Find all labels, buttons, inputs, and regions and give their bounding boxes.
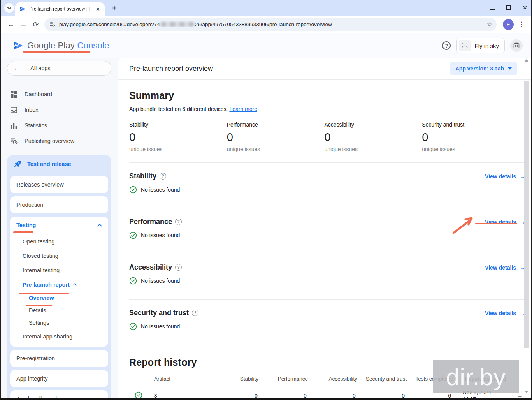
annotation-underline-overview	[26, 305, 52, 306]
metric-security-and-trust: Security and trust0unique issues	[422, 122, 520, 152]
url-redacted-segment	[161, 22, 194, 27]
new-tab-button[interactable]: +	[110, 4, 119, 13]
window-controls: ✕	[490, 0, 527, 16]
view-details-link-security[interactable]: View details→	[485, 310, 525, 316]
cell-security-and-trust: 0	[356, 393, 405, 398]
maximize-button[interactable]	[506, 4, 511, 11]
browser-toolbar: ← → ⟳ play.google.com/console/u/0/develo…	[1, 16, 531, 33]
app-version-selector[interactable]: App version: 3.aab	[450, 62, 517, 75]
tab-title: Pre-launch report overview | Fly	[29, 6, 94, 12]
sidebar-item-inbox[interactable]: Inbox	[7, 102, 111, 118]
bar-chart-icon	[10, 122, 18, 129]
learn-more-link[interactable]: Learn more	[229, 106, 257, 112]
browser-titlebar: Pre-launch report overview | Fly ✕ + ✕	[1, 0, 531, 16]
view-details-link-accessibility[interactable]: View details→	[485, 264, 525, 271]
sidebar-item-open-testing[interactable]: Open testing	[10, 234, 108, 248]
forward-button[interactable]: →	[17, 18, 30, 31]
summary-metrics: Stability0unique issues Performance0uniq…	[129, 122, 520, 152]
play-console-logo[interactable]: Google Play Console	[12, 40, 109, 51]
row-arrow-icon[interactable]: →	[517, 392, 525, 398]
android-app-icon	[459, 40, 471, 51]
chevron-up-icon	[73, 283, 77, 286]
sidebar-item-internal-testing[interactable]: Internal testing	[10, 263, 108, 277]
cell-accessibility: 0	[307, 393, 356, 398]
check-circle-icon	[135, 391, 142, 398]
scrollbar-thumb[interactable]	[524, 81, 529, 348]
sidebar-item-details[interactable]: Details	[10, 304, 108, 317]
vertical-scrollbar[interactable]	[524, 58, 529, 393]
help-icon[interactable]: ?	[442, 41, 451, 50]
sidebar-item-app-integrity[interactable]: App integrity	[10, 370, 108, 387]
view-details-link-stability[interactable]: View details→	[485, 173, 525, 180]
check-circle-icon	[129, 322, 137, 330]
play-logo-icon	[12, 40, 23, 51]
close-button[interactable]: ✕	[522, 4, 527, 11]
sidebar-item-internal-app-sharing[interactable]: Internal app sharing	[10, 329, 108, 344]
browser-window: Pre-launch report overview | Fly ✕ + ✕ ←…	[0, 0, 532, 400]
metric-accessibility: Accessibility0unique issues	[325, 122, 422, 152]
sidebar-item-test-and-release[interactable]: Test and release	[10, 155, 108, 173]
sidebar-item-pre-registration[interactable]: Pre-registration	[10, 350, 108, 367]
browser-menu-icon[interactable]: ⋮	[516, 20, 527, 28]
reload-button[interactable]: ⟳	[30, 18, 42, 31]
tab-close-icon[interactable]: ✕	[94, 5, 102, 13]
back-button[interactable]: ←	[5, 18, 17, 31]
sidebar: ← All apps Dashboard Inbox Statistics	[1, 58, 118, 398]
app-switcher[interactable]: Fly in sky	[456, 38, 505, 53]
sidebar-item-app-bundle-explorer[interactable]: App bundle explorer	[10, 390, 108, 398]
check-circle-icon	[129, 186, 137, 194]
cell-stability: 0	[214, 393, 258, 398]
sidebar-item-publishing-overview[interactable]: Publishing overview	[7, 133, 111, 149]
sidebar-item-pre-launch-report[interactable]: Pre-launch report	[10, 277, 108, 292]
sidebar-item-releases-overview[interactable]: Releases overview	[10, 176, 108, 193]
console-header: Google Play Console ? Fly in sky	[1, 33, 531, 58]
section-security-and-trust: Security and trust? View details→ No iss…	[129, 300, 525, 345]
sidebar-item-statistics[interactable]: Statistics	[7, 118, 111, 133]
publishing-overview-icon	[10, 137, 18, 145]
section-stability: Stability? View details→ No issues found	[129, 163, 525, 208]
sidebar-item-closed-testing[interactable]: Closed testing	[10, 248, 108, 263]
section-accessibility: Accessibility? View details→ No issues f…	[129, 254, 525, 300]
url-text: play.google.com/console/u/0/developers/7…	[59, 21, 484, 27]
annotation-underline-view-details	[475, 223, 517, 224]
sidebar-item-dashboard[interactable]: Dashboard	[7, 86, 111, 102]
developer-account-icon[interactable]	[510, 39, 523, 52]
annotation-underline-logo	[23, 51, 90, 53]
rocket-icon	[13, 160, 21, 168]
sidebar-item-production[interactable]: Production	[10, 196, 108, 213]
site-settings-icon[interactable]	[49, 21, 56, 28]
cell-performance: 0	[258, 393, 307, 398]
bookmark-star-icon[interactable]: ☆	[487, 20, 493, 28]
help-icon[interactable]: ?	[175, 219, 182, 225]
scroll-up-icon[interactable]	[525, 59, 528, 62]
test-and-release-group: Test and release Releases overview Produ…	[7, 155, 111, 398]
back-arrow-icon: ←	[14, 64, 20, 72]
logo-text: Google Play Console	[27, 41, 109, 51]
inbox-icon	[10, 106, 18, 114]
minimize-button[interactable]	[490, 4, 495, 11]
metric-stability: Stability0unique issues	[129, 122, 227, 152]
dashboard-icon	[10, 91, 18, 98]
testing-card: Testing Open testing Closed testing Inte…	[10, 217, 108, 347]
summary-section: Summary App bundle tested on 6 different…	[118, 80, 531, 152]
chevron-down-icon	[7, 7, 12, 10]
profile-avatar[interactable]: E	[503, 19, 514, 30]
help-icon[interactable]: ?	[175, 264, 182, 271]
tab-search-button[interactable]	[4, 3, 14, 13]
cell-artifact: 3	[154, 393, 214, 398]
play-console-favicon-icon	[20, 6, 26, 12]
help-icon[interactable]: ?	[160, 173, 166, 180]
cell-tests-completed: 6	[405, 393, 451, 398]
watermark: dir.by	[433, 360, 519, 393]
browser-tab[interactable]: Pre-launch report overview | Fly ✕	[15, 2, 105, 16]
annotation-underline-testing	[13, 231, 33, 233]
scroll-down-icon[interactable]	[525, 391, 528, 393]
metric-performance: Performance0unique issues	[227, 122, 325, 152]
check-circle-icon	[129, 231, 137, 239]
all-apps-button[interactable]: ← All apps	[7, 61, 111, 76]
sidebar-item-settings[interactable]: Settings	[10, 317, 108, 329]
url-bar[interactable]: play.google.com/console/u/0/developers/7…	[44, 18, 497, 31]
check-circle-icon	[129, 277, 137, 285]
current-app-name: Fly in sky	[474, 42, 499, 49]
help-icon[interactable]: ?	[192, 310, 198, 316]
